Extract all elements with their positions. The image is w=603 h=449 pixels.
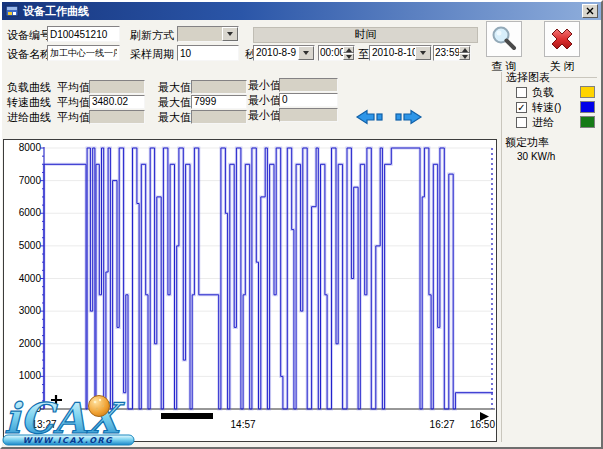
app-icon (5, 4, 19, 18)
pan-right-button[interactable] (393, 108, 423, 126)
load-checkbox-label: 负载 (532, 86, 554, 99)
feed-checkbox-label: 进给 (532, 116, 554, 129)
date-to-dropdown-button[interactable] (415, 46, 431, 60)
feed-min-box (279, 108, 338, 122)
magnifier-icon (490, 25, 518, 53)
window-close-button[interactable] (582, 4, 598, 18)
rated-power-label: 额定功率 (505, 136, 549, 149)
date-to-value: 2010-8-10 (370, 46, 415, 60)
y-tick-label: 7000 (19, 175, 42, 186)
arrow-right-icon (393, 108, 423, 126)
y-tick-label: 6000 (19, 207, 42, 218)
refresh-mode-label: 刷新方式 (130, 29, 174, 42)
feed-curve-label: 进给曲线 (7, 111, 51, 124)
date-to-combo[interactable]: 2010-8-10 (369, 45, 432, 61)
load-color-swatch (580, 86, 595, 98)
chart-panel: 01000200030004000500060007000800013:2714… (3, 139, 497, 442)
query-iconbox (486, 21, 522, 57)
speed-checkbox[interactable]: ✓ (516, 102, 527, 113)
speed-avg-box: 3480.02 (89, 95, 145, 109)
time-from-value: 00:00 (319, 46, 343, 60)
max-label: 最大值 (158, 96, 191, 109)
panel-separator (501, 72, 502, 442)
speed-color-swatch (580, 101, 595, 113)
device-name-input[interactable] (47, 45, 120, 61)
date-from-value: 2010-8-9 (254, 46, 298, 60)
device-no-input[interactable] (47, 26, 120, 42)
time-from-spinner[interactable]: 00:00 (318, 45, 355, 61)
date-from-dropdown-button[interactable] (298, 46, 314, 60)
chevron-down-icon (420, 51, 426, 55)
chevron-up-icon (346, 48, 352, 52)
time-from-up-button[interactable] (343, 46, 354, 53)
max-label: 最大值 (158, 81, 191, 94)
x-tick-label: 16:27 (430, 419, 455, 430)
load-curve-label: 负载曲线 (7, 81, 51, 94)
y-tick-label: 3000 (19, 305, 42, 316)
speed-checkbox-label: 转速() (532, 101, 561, 114)
app-window: 设备工作曲线 设备编号 刷新方式 时间 设备名称 采样周期 秒 2010-8-9 (0, 0, 603, 449)
load-max-box (191, 80, 247, 94)
load-avg-box (89, 80, 145, 94)
avg-label: 平均值 (57, 81, 90, 94)
x-tick-label: 13:27 (31, 419, 56, 430)
time-header-bar: 时间 (253, 27, 478, 43)
chevron-down-icon (462, 55, 468, 59)
pan-left-button[interactable] (355, 108, 385, 126)
feed-checkbox[interactable] (516, 117, 527, 128)
refresh-dropdown-button[interactable] (222, 27, 238, 41)
red-x-icon (548, 25, 576, 53)
avg-label: 平均值 (57, 96, 90, 109)
chevron-down-icon (346, 55, 352, 59)
y-tick-label: 1000 (19, 370, 42, 381)
range-scrollbar[interactable] (161, 413, 213, 419)
y-tick-label: 5000 (19, 240, 42, 251)
time-to-down-button[interactable] (459, 53, 470, 60)
to-label: 至 (358, 48, 369, 61)
speed-max-box: 7999 (191, 95, 247, 109)
refresh-mode-value (178, 27, 222, 41)
legend-group-title: 选择图表 (506, 71, 550, 84)
rated-power-value: 30 KW/h (517, 150, 555, 163)
sample-period-input[interactable] (177, 45, 239, 61)
time-to-value: 23:59 (434, 46, 459, 60)
time-from-down-button[interactable] (343, 53, 354, 60)
y-tick-label: 8000 (19, 142, 42, 153)
device-name-label: 设备名称 (7, 48, 51, 61)
min-label: 最小值 (248, 94, 281, 107)
legend-group-line (550, 77, 597, 78)
speed-chart: 01000200030004000500060007000800013:2714… (4, 140, 496, 441)
chevron-up-icon (462, 48, 468, 52)
feed-color-swatch (580, 116, 595, 128)
load-min-box (279, 78, 338, 92)
arrow-left-icon (355, 108, 385, 126)
x-tick-label: 14:57 (231, 419, 256, 430)
sample-period-label: 采样周期 (130, 48, 174, 61)
feed-avg-box (89, 110, 145, 124)
load-checkbox[interactable] (516, 87, 527, 98)
form-client-area: 设备编号 刷新方式 时间 设备名称 采样周期 秒 2010-8-9 00:00 … (2, 20, 601, 447)
x-tick-label: 16:50 (470, 419, 495, 430)
y-tick-label: 2000 (19, 338, 42, 349)
time-to-spinner[interactable]: 23:59 (433, 45, 471, 61)
title-bar: 设备工作曲线 (2, 2, 601, 20)
chevron-down-icon (303, 51, 309, 55)
date-from-combo[interactable]: 2010-8-9 (253, 45, 315, 61)
close-button[interactable]: 关 闭 (543, 21, 581, 74)
speed-curve-label: 转速曲线 (7, 96, 51, 109)
close-iconbox (544, 21, 580, 57)
refresh-mode-combo[interactable] (177, 26, 239, 42)
close-icon (586, 7, 594, 15)
pan-cross-marker (51, 395, 62, 406)
window-title: 设备工作曲线 (23, 4, 89, 19)
max-label: 最大值 (158, 111, 191, 124)
min-label: 最小值 (248, 109, 281, 122)
avg-label: 平均值 (57, 111, 90, 124)
time-to-up-button[interactable] (459, 46, 470, 53)
device-no-label: 设备编号 (7, 29, 51, 42)
query-button[interactable]: 查 询 (485, 21, 523, 74)
min-label: 最小值 (248, 79, 281, 92)
time-header-label: 时间 (355, 28, 377, 40)
speed-min-box: 0 (279, 93, 338, 107)
chevron-down-icon (227, 32, 233, 36)
